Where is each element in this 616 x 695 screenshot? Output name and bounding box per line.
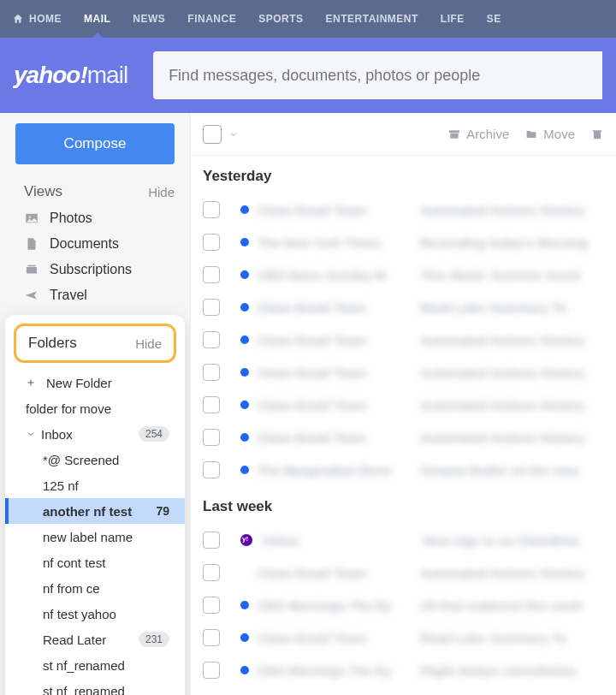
message-row[interactable]: YahooNew sign in on CleanEma	[191, 524, 616, 556]
folder-item[interactable]: Read Later231	[5, 627, 185, 652]
top-nav: HOME MAIL NEWS FINANCE SPORTS ENTERTAINM…	[0, 0, 616, 38]
folders-header[interactable]: Folders Hide	[14, 324, 176, 363]
message-subject: Resending today's Morning	[420, 235, 604, 250]
message-row[interactable]: Clean Email TeamAutomated Actions Histor…	[191, 556, 616, 589]
view-subscriptions[interactable]: Subscriptions	[0, 257, 190, 282]
archive-label: Archive	[466, 127, 509, 141]
view-travel[interactable]: Travel	[0, 282, 190, 308]
message-subject: Flight delays cancellation	[420, 663, 604, 678]
chevron-down-icon[interactable]	[228, 129, 239, 140]
folder-item[interactable]: nf test yahoo	[5, 601, 185, 627]
message-row[interactable]: Clean Email TeamAutomated Actions Histor…	[191, 193, 616, 226]
folder-label: folder for move	[26, 401, 111, 416]
nav-mail[interactable]: MAIL	[84, 0, 110, 38]
folder-item[interactable]: Inbox254	[5, 421, 185, 447]
message-sender: The New York Times	[258, 235, 412, 250]
message-checkbox[interactable]	[203, 662, 220, 679]
nav-sports[interactable]: SPORTS	[258, 0, 303, 38]
nav-home[interactable]: HOME	[12, 0, 62, 38]
views-hide[interactable]: Hide	[148, 185, 175, 199]
nav-label: LIFE	[441, 13, 465, 25]
section-label: Yesterday	[191, 156, 616, 193]
message-subject: Automated Actions History	[420, 398, 604, 413]
folder-item[interactable]: st nf_renamed	[5, 678, 185, 695]
unread-dot	[240, 303, 249, 312]
search-box[interactable]	[153, 51, 602, 99]
trash-icon	[590, 128, 604, 141]
sidebar: Compose Views Hide Photos Documents Subs…	[0, 113, 191, 695]
message-checkbox[interactable]	[203, 266, 220, 283]
views-title: Views	[24, 183, 62, 200]
nav-life[interactable]: LIFE	[441, 0, 465, 38]
nav-finance[interactable]: FINANCE	[187, 0, 236, 38]
folders-hide[interactable]: Hide	[135, 336, 162, 351]
message-row[interactable]: CBS Mornings The EyFlight delays cancell…	[191, 654, 616, 686]
nav-search-partial[interactable]: SE	[487, 0, 501, 38]
message-row[interactable]: CBS Mornings The EyAll that mattered thi…	[191, 589, 616, 621]
message-checkbox[interactable]	[203, 597, 220, 614]
message-checkbox[interactable]	[203, 564, 220, 581]
message-row[interactable]: Clean Email TeamAutomated Actions Histor…	[191, 324, 616, 356]
views-header: Views Hide	[0, 178, 190, 205]
view-documents[interactable]: Documents	[0, 231, 190, 257]
message-sender: Clean Email Team	[258, 566, 412, 580]
message-checkbox[interactable]	[203, 629, 220, 646]
unread-dot	[240, 666, 249, 674]
message-sender: Clean Email Team	[258, 300, 412, 315]
message-checkbox[interactable]	[203, 461, 220, 478]
search-input[interactable]	[169, 67, 587, 85]
message-checkbox[interactable]	[203, 299, 220, 316]
logo-product: mail	[87, 62, 127, 88]
message-row[interactable]: Clean Email TeamAutomated Actions Histor…	[191, 356, 616, 389]
message-checkbox[interactable]	[203, 532, 220, 549]
folder-item[interactable]: 125 nf	[5, 472, 185, 498]
plus-icon	[26, 377, 36, 388]
folder-item[interactable]: nf from ce	[5, 575, 185, 601]
message-checkbox[interactable]	[203, 201, 220, 218]
view-label: Travel	[50, 288, 87, 303]
view-photos[interactable]: Photos	[0, 205, 190, 231]
folder-item[interactable]: new label name	[5, 524, 185, 549]
home-icon	[12, 13, 24, 25]
toolbar: Archive Move	[191, 113, 616, 156]
folder-item[interactable]: *@ Screened	[5, 447, 185, 472]
travel-icon	[24, 288, 39, 303]
message-row[interactable]: Clean Email TeamRead Later Summary To	[191, 621, 616, 654]
message-row[interactable]: The Marginalian (formOctavia Butler on t…	[191, 454, 616, 486]
message-subject: Read Later Summary To	[420, 300, 604, 315]
folder-item[interactable]: nf cont test	[5, 549, 185, 575]
folder-item[interactable]: st nf_renamed	[5, 652, 185, 678]
message-checkbox[interactable]	[203, 331, 220, 348]
unread-dot	[240, 401, 249, 409]
message-row[interactable]: Clean Email TeamAutomated Actions Histor…	[191, 389, 616, 421]
message-subject: Automated Actions History	[420, 431, 604, 445]
folder-label: nf cont test	[43, 555, 105, 570]
logo-brand: yahoo!	[14, 62, 87, 88]
folder-item[interactable]: another nf test79	[5, 498, 185, 524]
nav-news[interactable]: NEWS	[133, 0, 165, 38]
unread-dot	[240, 466, 249, 474]
message-subject: Automated Actions History	[420, 203, 604, 217]
message-row[interactable]: Clean Email TeamRead Later Summary To	[191, 291, 616, 324]
delete-button[interactable]	[590, 128, 604, 141]
message-checkbox[interactable]	[203, 396, 220, 413]
message-row[interactable]: CBS News Sunday MThis Week: Summer trave…	[191, 258, 616, 291]
new-folder[interactable]: New Folder	[5, 370, 185, 395]
message-checkbox[interactable]	[203, 234, 220, 251]
message-checkbox[interactable]	[203, 364, 220, 381]
select-all-checkbox[interactable]	[203, 125, 222, 144]
compose-button[interactable]: Compose	[15, 123, 175, 164]
nav-entertainment[interactable]: ENTERTAINMENT	[326, 0, 418, 38]
svg-rect-2	[27, 267, 37, 274]
unread-dot	[240, 368, 249, 377]
nav-label: ENTERTAINMENT	[326, 13, 418, 25]
message-row[interactable]: Clean Email TeamAutomated Actions Histor…	[191, 421, 616, 454]
move-button[interactable]: Move	[524, 127, 575, 141]
folder-item[interactable]: folder for move	[5, 395, 185, 421]
documents-icon	[24, 236, 39, 252]
message-row[interactable]: The New York TimesResending today's Morn…	[191, 226, 616, 258]
folder-label: nf test yahoo	[43, 607, 116, 621]
archive-button[interactable]: Archive	[447, 127, 509, 141]
unread-dot	[240, 601, 249, 609]
message-checkbox[interactable]	[203, 429, 220, 446]
